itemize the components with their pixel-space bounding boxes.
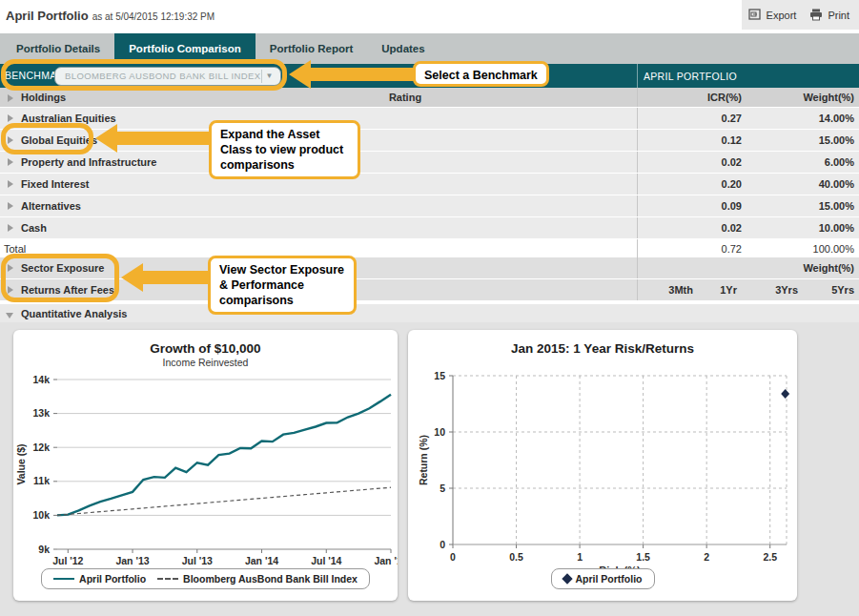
svg-text:0: 0 <box>450 551 456 563</box>
column-divider <box>637 257 638 278</box>
total-row: Total 0.72 100.00% <box>0 239 859 257</box>
asset-class-label[interactable]: Australian Equities <box>21 113 116 124</box>
sector-callout-arrow-head <box>121 263 143 292</box>
legend-label: April Portfolio <box>576 573 643 585</box>
expand-icon[interactable] <box>8 136 13 144</box>
legend-label: April Portfolio <box>79 573 146 585</box>
column-divider <box>637 217 638 238</box>
expand-icon[interactable] <box>8 94 13 102</box>
svg-text:2.5: 2.5 <box>763 551 777 563</box>
svg-text:Return (%): Return (%) <box>418 435 429 485</box>
asset-class-label[interactable]: Alternatives <box>21 200 81 212</box>
sector-exposure-label[interactable]: Sector Exposure <box>21 262 104 274</box>
as-at-timestamp: as at 5/04/2015 12:19:32 PM <box>92 11 215 22</box>
expand-icon[interactable] <box>8 264 13 272</box>
period-5yrs: 5Yrs <box>831 284 854 296</box>
benchmark-callout-arrow <box>309 68 414 81</box>
svg-text:1: 1 <box>577 551 583 563</box>
icr-value: 0.09 <box>722 200 742 212</box>
asset-class-label[interactable]: Global Equities <box>21 134 97 146</box>
table-row-alternatives: Alternatives 0.09 15.00% <box>0 195 859 217</box>
total-icr-value: 0.72 <box>722 243 742 255</box>
svg-text:0: 0 <box>440 539 445 550</box>
svg-text:12k: 12k <box>32 441 50 453</box>
svg-text:11k: 11k <box>33 475 50 486</box>
collapse-icon[interactable] <box>6 313 13 318</box>
svg-text:10k: 10k <box>32 509 50 521</box>
weight-value: 40.00% <box>819 178 854 190</box>
print-icon <box>809 9 824 21</box>
export-button[interactable]: Export <box>748 9 797 21</box>
svg-text:9k: 9k <box>38 544 50 555</box>
svg-text:2: 2 <box>704 551 709 563</box>
holdings-header-row: Holdings Rating ICR(%) Weight(%) <box>0 88 859 108</box>
export-icon <box>748 9 763 21</box>
returns-after-fees-label[interactable]: Returns After Fees <box>21 284 114 296</box>
portfolio-app: April Portfolioas at 5/04/2015 12:19:32 … <box>0 0 859 616</box>
column-divider <box>637 239 638 257</box>
growth-chart-panel: Growth of $10,000 Income Reinvested 9k10… <box>13 330 398 601</box>
page-title: April Portfolioas at 5/04/2015 12:19:32 … <box>6 9 215 23</box>
table-row-cash: Cash 0.02 10.00% <box>0 217 859 239</box>
expand-icon[interactable] <box>8 114 13 122</box>
svg-text:10: 10 <box>434 426 445 438</box>
tab-updates[interactable]: Updates <box>367 33 439 64</box>
benchmark-dropdown[interactable]: BLOOMBERG AUSBOND BANK BILL INDEX ▼ <box>54 67 281 86</box>
table-row-fixed-interest: Fixed Interest 0.20 40.00% <box>0 174 859 195</box>
asset-class-callout-label: Expand the Asset Class to view product c… <box>209 120 360 179</box>
sector-weight-header: Weight(%) <box>803 262 854 274</box>
expand-icon[interactable] <box>8 158 13 166</box>
print-button[interactable]: Print <box>809 9 849 21</box>
table-row-australian-equities: Australian Equities 0.27 14.00% <box>0 108 859 130</box>
period-3yrs: 3Yrs <box>775 284 798 296</box>
weight-value: 15.00% <box>819 200 854 212</box>
sector-callout-label: View Sector Exposure & Performance compa… <box>208 256 357 315</box>
tab-portfolio-comparison[interactable]: Portfolio Comparison <box>114 33 256 64</box>
weight-value: 10.00% <box>819 222 854 234</box>
svg-text:13k: 13k <box>32 407 50 419</box>
quantitative-analysis-section: Growth of $10,000 Income Reinvested 9k10… <box>0 322 859 616</box>
diamond-marker-swatch <box>562 573 572 584</box>
tab-portfolio-report[interactable]: Portfolio Report <box>256 33 368 64</box>
column-divider <box>637 279 638 300</box>
expand-icon[interactable] <box>8 224 13 232</box>
dashed-line-swatch <box>157 578 178 580</box>
asset-class-label[interactable]: Fixed Interest <box>21 178 90 190</box>
icr-value: 0.20 <box>722 178 742 190</box>
asset-class-label[interactable]: Property and Infrastructure <box>21 156 156 168</box>
tab-bar: Portfolio Details Portfolio Comparison P… <box>0 33 859 64</box>
solid-line-swatch <box>53 578 74 580</box>
growth-chart-subtitle: Income Reinvested <box>13 357 398 368</box>
table-row-property-infrastructure: Property and Infrastructure 0.02 6.00% <box>0 152 859 174</box>
risk-return-chart-panel: Jan 2015: 1 Year Risk/Returns 00.511.522… <box>408 330 797 601</box>
asset-class-label[interactable]: Cash <box>21 222 47 234</box>
expand-icon[interactable] <box>8 286 13 294</box>
column-divider <box>637 130 638 151</box>
portfolio-name: April Portfolio <box>6 9 89 23</box>
svg-text:Jan '13: Jan '13 <box>115 555 149 566</box>
legend-label: Bloomberg AusBond Bank Bill Index <box>183 573 358 585</box>
chevron-down-icon[interactable]: ▼ <box>261 70 276 83</box>
column-divider <box>637 108 638 129</box>
risk-return-scatter-chart: 00.511.522.5051015Return (%)Risk (%) <box>408 368 797 585</box>
svg-text:Jul '14: Jul '14 <box>311 555 341 566</box>
quantitative-analysis-label[interactable]: Quantitative Analysis <box>21 308 127 319</box>
asset-class-callout-arrow-head <box>95 124 117 153</box>
holdings-header: Holdings <box>21 92 66 103</box>
svg-text:5: 5 <box>440 483 445 494</box>
legend-item-april-portfolio: April Portfolio <box>53 573 146 585</box>
legend-item-benchmark: Bloomberg AusBond Bank Bill Index <box>157 573 358 585</box>
total-weight-value: 100.00% <box>813 243 854 255</box>
icr-value: 0.02 <box>722 222 742 234</box>
growth-chart-legend: April Portfolio Bloomberg AusBond Bank B… <box>13 568 398 589</box>
svg-text:0.5: 0.5 <box>509 551 523 563</box>
tab-portfolio-details[interactable]: Portfolio Details <box>2 33 114 64</box>
expand-icon[interactable] <box>8 202 13 210</box>
growth-chart-title: Growth of $10,000 <box>13 341 398 356</box>
asset-class-callout-arrow <box>115 132 211 145</box>
column-divider <box>637 152 638 173</box>
expand-icon[interactable] <box>8 180 13 188</box>
svg-text:Jan '15: Jan '15 <box>374 555 398 566</box>
icr-value: 0.02 <box>722 156 742 168</box>
svg-text:Jul '13: Jul '13 <box>182 555 213 566</box>
